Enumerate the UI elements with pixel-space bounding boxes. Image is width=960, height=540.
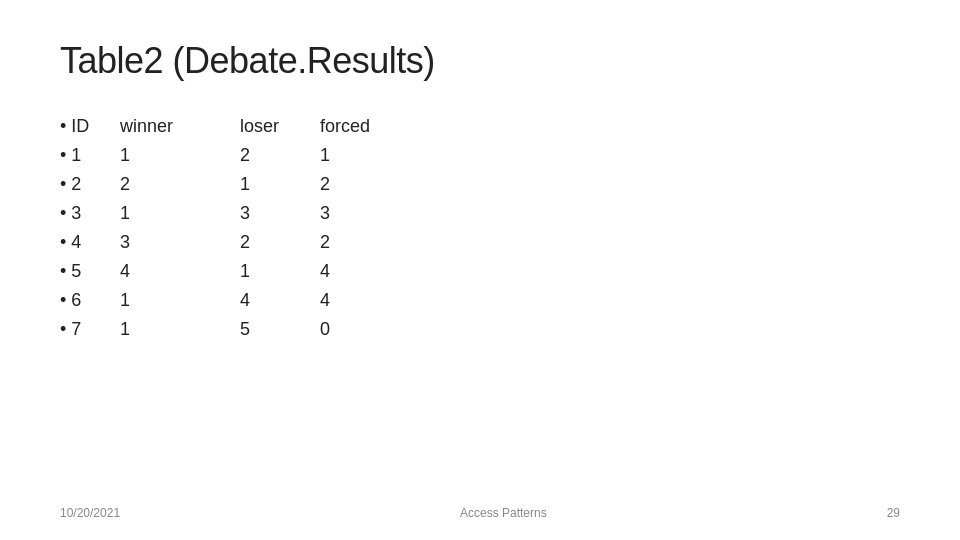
cell-winner: 1 [120, 319, 240, 340]
cell-forced: 4 [320, 261, 400, 282]
cell-forced: 4 [320, 290, 400, 311]
table-row: • 3133 [60, 199, 900, 228]
cell-forced: 2 [320, 174, 400, 195]
cell-forced: 2 [320, 232, 400, 253]
cell-loser: 5 [240, 319, 320, 340]
table-row: • 7150 [60, 315, 900, 344]
cell-loser: 1 [240, 174, 320, 195]
slide-title: Table2 (Debate.Results) [60, 40, 900, 82]
table-header: • ID winner loser forced [60, 112, 900, 141]
table-row: • 5414 [60, 257, 900, 286]
cell-id: • 6 [60, 290, 120, 311]
cell-winner: 1 [120, 145, 240, 166]
cell-id: • 3 [60, 203, 120, 224]
cell-winner: 3 [120, 232, 240, 253]
header-forced: forced [320, 116, 400, 137]
cell-forced: 3 [320, 203, 400, 224]
cell-loser: 4 [240, 290, 320, 311]
slide: Table2 (Debate.Results) • ID winner lose… [0, 0, 960, 540]
table-row: • 2212 [60, 170, 900, 199]
cell-loser: 2 [240, 145, 320, 166]
footer-date: 10/20/2021 [60, 506, 120, 520]
cell-loser: 2 [240, 232, 320, 253]
cell-id: • 4 [60, 232, 120, 253]
header-id: • ID [60, 116, 120, 137]
cell-winner: 1 [120, 290, 240, 311]
table-row: • 4322 [60, 228, 900, 257]
cell-forced: 1 [320, 145, 400, 166]
footer-page: 29 [887, 506, 900, 520]
cell-id: • 2 [60, 174, 120, 195]
cell-loser: 1 [240, 261, 320, 282]
cell-id: • 5 [60, 261, 120, 282]
cell-forced: 0 [320, 319, 400, 340]
header-winner: winner [120, 116, 240, 137]
table-area: • ID winner loser forced • 1121• 2212• 3… [60, 112, 900, 344]
footer-center: Access Patterns [460, 506, 547, 520]
cell-winner: 1 [120, 203, 240, 224]
cell-loser: 3 [240, 203, 320, 224]
table-row: • 6144 [60, 286, 900, 315]
header-loser: loser [240, 116, 320, 137]
table-row: • 1121 [60, 141, 900, 170]
cell-id: • 1 [60, 145, 120, 166]
cell-winner: 4 [120, 261, 240, 282]
footer: 10/20/2021 Access Patterns 29 [60, 506, 900, 520]
cell-winner: 2 [120, 174, 240, 195]
cell-id: • 7 [60, 319, 120, 340]
